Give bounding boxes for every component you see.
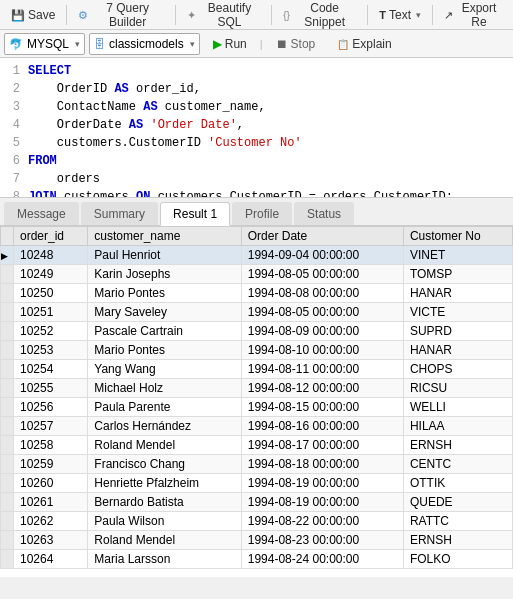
code-icon <box>283 8 290 22</box>
cell-0-3: VINET <box>403 246 512 265</box>
table-row[interactable]: 10252Pascale Cartrain1994-08-09 00:00:00… <box>1 322 513 341</box>
cell-12-3: OTTIK <box>403 474 512 493</box>
table-row[interactable]: 10256Paula Parente1994-08-15 00:00:00WEL… <box>1 398 513 417</box>
cell-4-0: 10252 <box>14 322 88 341</box>
db-name-label: classicmodels <box>109 37 184 51</box>
result-tabs: Message Summary Result 1 Profile Status <box>0 198 513 226</box>
cell-11-3: CENTC <box>403 455 512 474</box>
text-button[interactable]: Text ▾ <box>372 5 428 25</box>
cell-13-2: 1994-08-19 00:00:00 <box>241 493 403 512</box>
table-row[interactable]: 10253Mario Pontes1994-08-10 00:00:00HANA… <box>1 341 513 360</box>
query-builder-icon <box>78 8 88 22</box>
cell-11-1: Francisco Chang <box>88 455 241 474</box>
line-num-6: 6 <box>0 152 28 170</box>
cell-0-1: Paul Henriot <box>88 246 241 265</box>
tab-profile[interactable]: Profile <box>232 202 292 225</box>
cell-14-0: 10262 <box>14 512 88 531</box>
sep-3 <box>271 5 272 25</box>
beautify-label: Beautify SQL <box>199 1 261 29</box>
mysql-icon <box>9 37 23 51</box>
row-indicator <box>1 379 14 398</box>
line-num-3: 3 <box>0 98 28 116</box>
cell-8-3: WELLI <box>403 398 512 417</box>
sql-line-7: 7 orders <box>0 170 513 188</box>
table-row[interactable]: 10249Karin Josephs1994-08-05 00:00:00TOM… <box>1 265 513 284</box>
run-stop-sep: | <box>260 38 263 50</box>
cell-5-0: 10253 <box>14 341 88 360</box>
query-builder-button[interactable]: 7 Query Builder <box>71 0 171 32</box>
run-button[interactable]: ▶ Run <box>204 34 256 54</box>
table-row[interactable]: ▶10248Paul Henriot1994-09-04 00:00:00VIN… <box>1 246 513 265</box>
table-row[interactable]: 10254Yang Wang1994-08-11 00:00:00CHOPS <box>1 360 513 379</box>
beautify-button[interactable]: Beautify SQL <box>180 0 268 32</box>
tab-result1[interactable]: Result 1 <box>160 202 230 226</box>
table-row[interactable]: 10251Mary Saveley1994-08-05 00:00:00VICT… <box>1 303 513 322</box>
cell-6-1: Yang Wang <box>88 360 241 379</box>
explain-button[interactable]: Explain <box>328 34 400 54</box>
sql-editor[interactable]: 1 SELECT 2 OrderID AS order_id, 3 Contac… <box>0 58 513 198</box>
row-arrow: ▶ <box>1 251 8 261</box>
sql-line-6: 6 FROM <box>0 152 513 170</box>
sql-line-8: 8 JOIN customers ON customers.CustomerID… <box>0 188 513 198</box>
db-engine-select[interactable]: MYSQL ▾ <box>4 33 85 55</box>
db-name-select[interactable]: 🗄 classicmodels ▾ <box>89 33 200 55</box>
row-indicator: ▶ <box>1 246 14 265</box>
table-row[interactable]: 10258Roland Mendel1994-08-17 00:00:00ERN… <box>1 436 513 455</box>
cell-9-2: 1994-08-16 00:00:00 <box>241 417 403 436</box>
table-row[interactable]: 10262Paula Wilson1994-08-22 00:00:00RATT… <box>1 512 513 531</box>
table-row[interactable]: 10261Bernardo Batista1994-08-19 00:00:00… <box>1 493 513 512</box>
tab-summary[interactable]: Summary <box>81 202 158 225</box>
cell-3-0: 10251 <box>14 303 88 322</box>
cell-15-3: ERNSH <box>403 531 512 550</box>
table-header-row: order_id customer_name Order Date Custom… <box>1 227 513 246</box>
save-icon <box>11 8 25 22</box>
line-num-8: 8 <box>0 188 28 198</box>
col-header-customer-no[interactable]: Customer No <box>403 227 512 246</box>
table-row[interactable]: 10257Carlos Hernández1994-08-16 00:00:00… <box>1 417 513 436</box>
cell-1-0: 10249 <box>14 265 88 284</box>
cell-2-1: Mario Pontes <box>88 284 241 303</box>
cell-10-0: 10258 <box>14 436 88 455</box>
table-row[interactable]: 10259Francisco Chang1994-08-18 00:00:00C… <box>1 455 513 474</box>
row-indicator <box>1 398 14 417</box>
row-indicator <box>1 550 14 569</box>
table-row[interactable]: 10255Michael Holz1994-08-12 00:00:00RICS… <box>1 379 513 398</box>
col-header-customer-name[interactable]: customer_name <box>88 227 241 246</box>
export-button[interactable]: Export Re <box>437 0 509 32</box>
cell-6-3: CHOPS <box>403 360 512 379</box>
connection-bar: MYSQL ▾ 🗄 classicmodels ▾ ▶ Run | ⏹ Stop… <box>0 30 513 58</box>
table-row[interactable]: 10260Henriette Pfalzheim1994-08-19 00:00… <box>1 474 513 493</box>
table-row[interactable]: 10263Roland Mendel1994-08-23 00:00:00ERN… <box>1 531 513 550</box>
stop-icon: ⏹ <box>276 37 288 51</box>
tab-message[interactable]: Message <box>4 202 79 225</box>
sep-1 <box>66 5 67 25</box>
cell-7-1: Michael Holz <box>88 379 241 398</box>
cell-14-3: RATTC <box>403 512 512 531</box>
cell-1-3: TOMSP <box>403 265 512 284</box>
cell-16-2: 1994-08-24 00:00:00 <box>241 550 403 569</box>
run-label: Run <box>225 37 247 51</box>
stop-button[interactable]: ⏹ Stop <box>267 34 325 54</box>
cell-12-2: 1994-08-19 00:00:00 <box>241 474 403 493</box>
table-row[interactable]: 10250Mario Pontes1994-08-08 00:00:00HANA… <box>1 284 513 303</box>
cell-9-3: HILAA <box>403 417 512 436</box>
row-indicator <box>1 341 14 360</box>
col-header-order-id[interactable]: order_id <box>14 227 88 246</box>
cell-15-1: Roland Mendel <box>88 531 241 550</box>
main-toolbar: Save 7 Query Builder Beautify SQL Code S… <box>0 0 513 30</box>
sep-5 <box>432 5 433 25</box>
results-area[interactable]: order_id customer_name Order Date Custom… <box>0 226 513 577</box>
cell-6-0: 10254 <box>14 360 88 379</box>
row-indicator <box>1 531 14 550</box>
table-row[interactable]: 10264Maria Larsson1994-08-24 00:00:00FOL… <box>1 550 513 569</box>
cell-10-3: ERNSH <box>403 436 512 455</box>
save-button[interactable]: Save <box>4 5 62 25</box>
cell-5-1: Mario Pontes <box>88 341 241 360</box>
sep-2 <box>175 5 176 25</box>
cell-8-0: 10256 <box>14 398 88 417</box>
code-snippet-button[interactable]: Code Snippet <box>276 0 363 32</box>
row-indicator <box>1 303 14 322</box>
tab-status[interactable]: Status <box>294 202 354 225</box>
col-header-order-date[interactable]: Order Date <box>241 227 403 246</box>
sql-line-3: 3 ContactName AS customer_name, <box>0 98 513 116</box>
